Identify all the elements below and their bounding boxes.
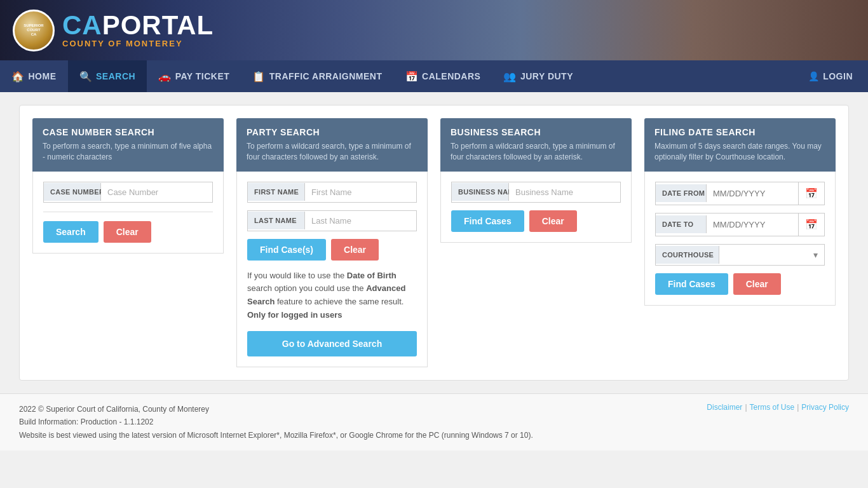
date-from-input[interactable] (707, 184, 798, 203)
home-icon: 🏠 (11, 71, 25, 83)
dropdown-chevron-icon: ▾ (807, 245, 824, 265)
date-from-row: DATE FROM 📅 (655, 182, 825, 205)
business-search-desc: To perform a wildcard search, type a min… (451, 141, 621, 163)
party-search-desc: To perform a wildcard search, type a min… (247, 141, 417, 163)
car-icon: 🚗 (158, 71, 172, 83)
party-search-title: PARTY SEARCH (247, 127, 417, 137)
logo-sub: COUNTY OF MONTEREY (62, 39, 214, 48)
party-clear-button[interactable]: Clear (331, 239, 379, 261)
business-search-title: BUSINESS SEARCH (451, 127, 621, 137)
nav-item-traffic-arraignment[interactable]: 📋 TRAFFIC ARRAIGNMENT (241, 60, 393, 92)
nav-label-home: HOME (29, 71, 57, 81)
nav-item-search[interactable]: 🔍 SEARCH (68, 60, 147, 92)
case-number-input[interactable] (101, 182, 212, 202)
site-footer: 2022 © Superior Court of California, Cou… (0, 393, 868, 451)
first-name-input[interactable] (305, 182, 416, 202)
nav-label-calendars: CALENDARS (422, 71, 480, 81)
logo-text: CAPORTAL COUNTY OF MONTEREY (62, 12, 214, 48)
header-content: SUPERIORCOURTCA CAPORTAL COUNTY OF MONTE… (0, 0, 868, 60)
footer-copyright: 2022 © Superior Court of California, Cou… (19, 403, 533, 416)
party-search-btn-row: Find Case(s) Clear (247, 239, 417, 261)
date-to-label: DATE TO (656, 215, 707, 233)
business-clear-button[interactable]: Clear (529, 210, 577, 232)
calendar-icon: 📅 (405, 71, 419, 83)
case-number-label: CASE NUMBER (44, 183, 101, 201)
search-container: CASE NUMBER SEARCH To perform a search, … (19, 105, 849, 381)
courthouse-label: COURTHOUSE (656, 246, 719, 264)
nav-item-home[interactable]: 🏠 HOME (0, 60, 68, 92)
privacy-link[interactable]: Privacy Policy (801, 403, 849, 412)
last-name-label: LAST NAME (248, 212, 305, 229)
case-number-search-button[interactable]: Search (43, 221, 98, 243)
calendar-to-icon[interactable]: 📅 (798, 214, 824, 236)
advanced-search-bold: Advanced Search (247, 283, 405, 306)
nav-items: 🏠 HOME 🔍 SEARCH 🚗 PAY TICKET 📋 TRAFFIC A… (0, 60, 793, 92)
case-number-input-row: CASE NUMBER (43, 182, 213, 203)
case-number-title: CASE NUMBER SEARCH (43, 127, 214, 137)
nav-item-jury-duty[interactable]: 👥 JURY DUTY (492, 60, 585, 92)
case-number-clear-button[interactable]: Clear (104, 221, 151, 243)
case-number-body: CASE NUMBER Search Clear (32, 172, 224, 254)
site-header: SUPERIORCOURTCA CAPORTAL COUNTY OF MONTE… (0, 0, 868, 60)
seal-text: SUPERIORCOURTCA (24, 24, 43, 37)
dob-bold: Date of Birth (347, 271, 397, 280)
footer-build: Build Information: Production - 1.1.1202 (19, 416, 533, 428)
first-name-input-row: FIRST NAME (247, 182, 417, 203)
nav-label-jury-duty: JURY DUTY (520, 71, 573, 81)
courthouse-select[interactable]: Salinas Marina King City Monterey (719, 245, 807, 264)
date-to-input[interactable] (707, 215, 798, 234)
business-search-body: BUSINESS NAME Find Cases Clear (440, 172, 632, 243)
business-name-input-row: BUSINESS NAME (451, 182, 621, 203)
date-to-row: DATE TO 📅 (655, 213, 825, 236)
case-number-desc: To perform a search, type a minimum of f… (43, 141, 214, 163)
filing-date-desc: Maximum of 5 days search date ranges. Yo… (654, 141, 825, 163)
user-icon: 👤 (808, 71, 820, 81)
nav-item-calendars[interactable]: 📅 CALENDARS (394, 60, 492, 92)
calendar-from-icon[interactable]: 📅 (798, 182, 824, 205)
court-seal: SUPERIORCOURTCA (13, 10, 55, 51)
logo-main: CAPORTAL (62, 12, 214, 39)
filing-date-panel: FILING DATE SEARCH Maximum of 5 days sea… (644, 118, 836, 306)
logged-in-bold: Only for logged in users (247, 310, 342, 320)
filing-date-body: DATE FROM 📅 DATE TO 📅 COURTHOUSE Salinas… (644, 172, 836, 306)
last-name-input[interactable] (305, 211, 416, 231)
footer-left: 2022 © Superior Court of California, Cou… (19, 403, 533, 442)
footer-sep-2: | (797, 403, 799, 412)
calendar-icon-traffic: 📋 (252, 71, 266, 83)
case-number-panel: CASE NUMBER SEARCH To perform a search, … (32, 118, 224, 254)
nav-label-pay-ticket: PAY TICKET (175, 71, 230, 81)
terms-link[interactable]: Terms of Use (750, 403, 795, 412)
party-find-button[interactable]: Find Case(s) (247, 239, 326, 261)
first-name-label: FIRST NAME (248, 183, 305, 201)
business-search-header: BUSINESS SEARCH To perform a wildcard se… (440, 118, 632, 172)
filing-date-clear-button[interactable]: Clear (733, 273, 781, 295)
business-name-label: BUSINESS NAME (452, 183, 509, 201)
logo-portal: PORTAL (102, 10, 214, 40)
party-info-text: If you would like to use the Date of Bir… (247, 269, 417, 322)
party-search-header: PARTY SEARCH To perform a wildcard searc… (236, 118, 428, 172)
nav-label-search: SEARCH (96, 71, 135, 81)
business-search-btn-row: Find Cases Clear (451, 210, 621, 232)
party-search-body: FIRST NAME LAST NAME Find Case(s) Clear … (236, 172, 428, 367)
logo-ca: CA (62, 10, 102, 40)
nav-login[interactable]: 👤 LOGIN (793, 60, 868, 92)
logo-area: SUPERIORCOURTCA CAPORTAL COUNTY OF MONTE… (13, 10, 214, 51)
business-name-input[interactable] (509, 182, 620, 202)
main-nav: 🏠 HOME 🔍 SEARCH 🚗 PAY TICKET 📋 TRAFFIC A… (0, 60, 868, 92)
main-content: CASE NUMBER SEARCH To perform a search, … (0, 92, 868, 393)
footer-sep-1: | (745, 403, 747, 412)
nav-item-pay-ticket[interactable]: 🚗 PAY TICKET (147, 60, 241, 92)
nav-label-traffic-arraignment: TRAFFIC ARRAIGNMENT (269, 71, 383, 81)
business-find-button[interactable]: Find Cases (451, 210, 524, 232)
business-search-panel: BUSINESS SEARCH To perform a wildcard se… (440, 118, 632, 243)
filing-date-find-button[interactable]: Find Cases (655, 273, 728, 295)
people-icon: 👥 (503, 71, 517, 83)
disclaimer-link[interactable]: Disclaimer (707, 403, 742, 412)
case-number-header: CASE NUMBER SEARCH To perform a search, … (32, 118, 224, 172)
case-number-divider (43, 212, 213, 212)
filing-date-title: FILING DATE SEARCH (654, 127, 825, 137)
footer-right: Disclaimer | Terms of Use | Privacy Poli… (707, 403, 849, 412)
footer-browser: Website is best viewed using the latest … (19, 429, 533, 442)
party-search-panel: PARTY SEARCH To perform a wildcard searc… (236, 118, 428, 367)
advanced-search-button[interactable]: Go to Advanced Search (247, 331, 417, 356)
